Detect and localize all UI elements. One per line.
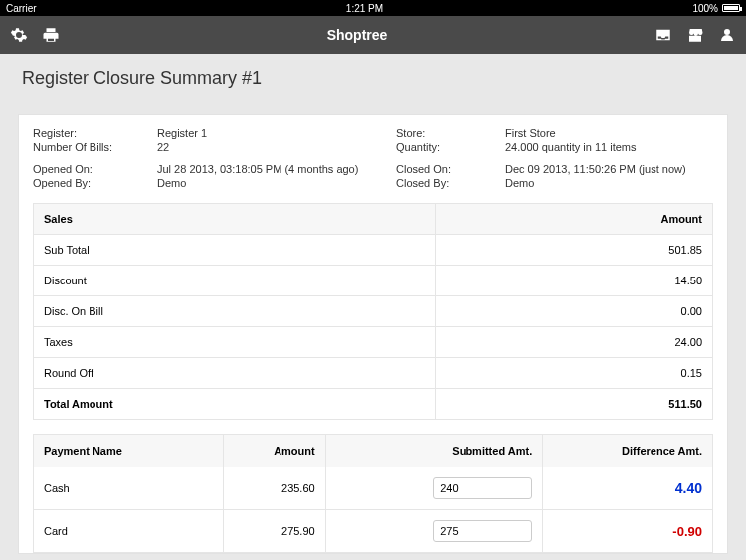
opened-by-label: Opened By: — [33, 177, 157, 189]
opened-on-value: Jul 28 2013, 03:18:05 PM (4 months ago) — [157, 163, 396, 175]
payments-header-submitted: Submitted Amt. — [325, 435, 543, 467]
summary-card: Register: Register 1 Store: First Store … — [18, 114, 728, 554]
gear-icon — [10, 26, 28, 44]
store-label: Store: — [396, 127, 505, 139]
payments-header-diff: Difference Amt. — [543, 435, 713, 467]
user-icon — [718, 26, 736, 44]
table-row: Discount14.50 — [34, 266, 713, 296]
diff-amount: -0.90 — [672, 524, 702, 539]
register-value: Register 1 — [157, 127, 396, 139]
status-time: 1:21 PM — [37, 3, 693, 14]
details-block: Register: Register 1 Store: First Store … — [19, 115, 727, 203]
bills-label: Number Of Bills: — [33, 141, 157, 153]
store-button[interactable] — [686, 26, 704, 44]
payments-header-name: Payment Name — [34, 435, 224, 467]
table-row: Round Off0.15 — [34, 358, 713, 389]
settings-button[interactable] — [10, 26, 28, 44]
diff-amount: 4.40 — [675, 480, 702, 496]
store-value: First Store — [505, 127, 713, 139]
status-carrier: Carrier — [6, 3, 37, 14]
inbox-icon — [654, 26, 672, 44]
status-battery-pct: 100% — [692, 3, 718, 14]
profile-button[interactable] — [718, 26, 736, 44]
closed-on-label: Closed On: — [396, 163, 505, 175]
battery-icon — [722, 4, 740, 12]
submitted-amount-input[interactable] — [433, 477, 532, 499]
table-row: Cash 235.60 4.40 — [34, 467, 713, 510]
printer-icon — [42, 26, 60, 44]
page-content: Register Closure Summary #1 Register: Re… — [0, 54, 746, 560]
sales-table: Sales Amount Sub Total501.85 Discount14.… — [33, 203, 713, 420]
bills-value: 22 — [157, 141, 396, 153]
app-title: Shoptree — [60, 27, 654, 43]
payments-header-amount: Amount — [224, 435, 325, 467]
table-row: Card 275.90 -0.90 — [34, 510, 713, 553]
opened-on-label: Opened On: — [33, 163, 157, 175]
page-title: Register Closure Summary #1 — [18, 64, 728, 100]
payments-table: Payment Name Amount Submitted Amt. Diffe… — [33, 434, 713, 553]
total-row: Total Amount511.50 — [34, 389, 713, 420]
status-bar: Carrier 1:21 PM 100% — [0, 0, 746, 16]
closed-on-value: Dec 09 2013, 11:50:26 PM (just now) — [505, 163, 713, 175]
opened-by-value: Demo — [157, 177, 396, 189]
closed-by-value: Demo — [505, 177, 713, 189]
table-row: Disc. On Bill0.00 — [34, 296, 713, 327]
print-button[interactable] — [42, 26, 60, 44]
table-row: Taxes24.00 — [34, 327, 713, 358]
closed-by-label: Closed By: — [396, 177, 505, 189]
store-icon — [686, 26, 704, 44]
quantity-label: Quantity: — [396, 141, 505, 153]
sales-header-name: Sales — [34, 204, 436, 235]
submitted-amount-input[interactable] — [433, 520, 532, 542]
quantity-value: 24.000 quantity in 11 items — [505, 141, 713, 153]
app-header: Shoptree — [0, 16, 746, 54]
sales-header-amount: Amount — [436, 204, 713, 235]
inbox-button[interactable] — [654, 26, 672, 44]
register-label: Register: — [33, 127, 157, 139]
table-row: Sub Total501.85 — [34, 235, 713, 266]
